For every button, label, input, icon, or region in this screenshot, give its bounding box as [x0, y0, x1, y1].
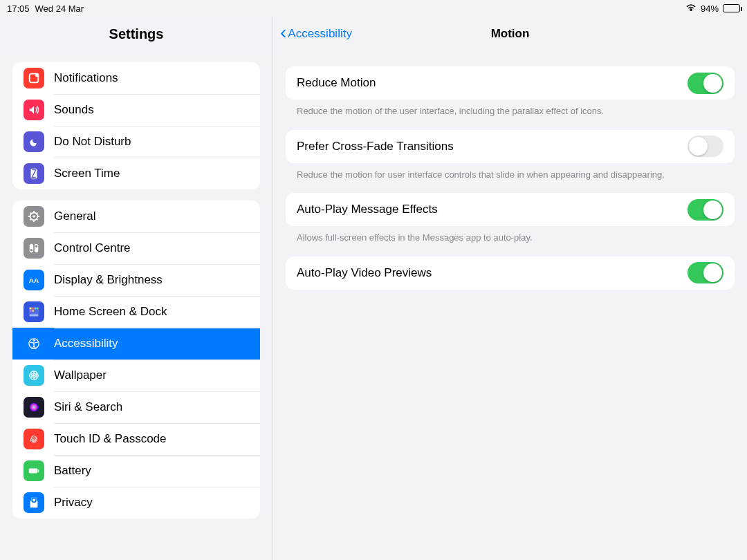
status-date: Wed 24 Mar	[35, 3, 84, 14]
sidebar-item-display-brightness[interactable]: AADisplay & Brightness	[12, 264, 260, 296]
setting-footer: Reduce the motion for user interface con…	[286, 163, 735, 181]
sidebar-item-control-centre[interactable]: Control Centre	[12, 232, 260, 264]
sidebar-item-label: Battery	[54, 464, 91, 478]
battery-icon	[723, 4, 740, 12]
sidebar-item-label: Sounds	[54, 103, 94, 117]
toggle-auto-play-message-effects[interactable]	[688, 199, 723, 221]
setting-label: Prefer Cross-Fade Transitions	[297, 140, 454, 153]
sidebar-item-label: Privacy	[54, 496, 93, 510]
toggle-auto-play-video-previews[interactable]	[688, 262, 723, 283]
sidebar-item-label: Accessibility	[54, 337, 118, 351]
svg-rect-15	[30, 310, 32, 312]
sidebar-item-screen-time[interactable]: Screen Time	[12, 158, 260, 189]
status-time: 17:05	[7, 3, 30, 14]
sidebar-item-battery[interactable]: Battery	[12, 455, 260, 487]
notifications-icon	[24, 68, 44, 88]
setting-footer: Allows full-screen effects in the Messag…	[286, 226, 735, 244]
sidebar-item-sounds[interactable]: Sounds	[12, 94, 260, 126]
setting-label: Auto-Play Video Previews	[297, 266, 432, 280]
screentime-icon	[24, 163, 44, 184]
setting-footer: Reduce the motion of the user interface,…	[286, 100, 735, 118]
svg-rect-11	[30, 308, 32, 310]
svg-text:AA: AA	[29, 277, 39, 284]
back-label: Accessibility	[288, 27, 352, 41]
back-button[interactable]: ‹ Accessibility	[280, 24, 352, 44]
battery-percent: 94%	[701, 3, 719, 14]
svg-rect-14	[37, 308, 39, 310]
sidebar-item-label: Do Not Disturb	[54, 135, 131, 149]
toggle-reduce-motion[interactable]	[688, 73, 723, 94]
sidebar-item-label: Siri & Search	[54, 400, 122, 414]
sidebar-item-siri-search[interactable]: Siri & Search	[12, 391, 260, 423]
svg-rect-26	[29, 468, 38, 473]
sidebar-item-accessibility[interactable]: Accessibility	[12, 328, 260, 360]
sidebar-item-wallpaper[interactable]: Wallpaper	[12, 360, 260, 391]
sidebar-item-label: General	[54, 209, 95, 223]
sidebar: Settings NotificationsSoundsDo Not Distu…	[0, 17, 273, 560]
wifi-icon	[685, 3, 697, 14]
setting-row-auto-play-video-previews: Auto-Play Video Previews	[286, 256, 735, 290]
toggle-prefer-cross-fade-transitions[interactable]	[688, 136, 723, 157]
svg-rect-27	[38, 469, 39, 472]
sidebar-item-general[interactable]: General	[12, 200, 260, 232]
svg-point-4	[33, 215, 35, 218]
setting-row-prefer-cross-fade-transitions: Prefer Cross-Fade Transitions	[286, 130, 735, 163]
sidebar-item-label: Home Screen & Dock	[54, 305, 167, 319]
status-bar: 17:05 Wed 24 Mar 94%	[0, 0, 747, 17]
sidebar-item-notifications[interactable]: Notifications	[12, 62, 260, 94]
svg-rect-12	[32, 308, 34, 310]
svg-rect-17	[30, 315, 39, 317]
chevron-left-icon: ‹	[280, 23, 286, 42]
sidebar-item-label: Touch ID & Passcode	[54, 432, 167, 446]
sidebar-item-label: Notifications	[54, 71, 118, 85]
sidebar-item-do-not-disturb[interactable]: Do Not Disturb	[12, 126, 260, 158]
setting-label: Auto-Play Message Effects	[297, 203, 438, 216]
setting-row-reduce-motion: Reduce Motion	[286, 66, 735, 100]
svg-point-8	[35, 245, 38, 248]
sidebar-item-label: Display & Brightness	[54, 273, 163, 287]
detail-pane: ‹ Accessibility Motion Reduce MotionRedu…	[273, 17, 747, 560]
sidebar-item-label: Wallpaper	[54, 368, 107, 382]
sounds-icon	[24, 100, 44, 120]
sidebar-item-privacy[interactable]: Privacy	[12, 487, 260, 519]
svg-rect-16	[32, 310, 34, 312]
privacy-icon	[24, 492, 44, 513]
touchid-icon	[24, 429, 44, 449]
display-icon: AA	[24, 270, 44, 290]
svg-point-1	[35, 73, 39, 77]
homescreen-icon	[24, 301, 44, 322]
accessibility-icon	[24, 333, 44, 354]
page-title: Motion	[491, 27, 530, 41]
dnd-icon	[24, 131, 44, 152]
sidebar-item-label: Control Centre	[54, 241, 131, 255]
svg-point-19	[33, 339, 35, 342]
controlcentre-icon	[24, 238, 44, 259]
sidebar-title: Settings	[0, 17, 273, 51]
sidebar-item-home-screen-dock[interactable]: Home Screen & Dock	[12, 296, 260, 328]
setting-label: Reduce Motion	[297, 76, 376, 90]
battery-icon	[24, 460, 44, 481]
svg-point-7	[30, 249, 33, 252]
setting-row-auto-play-message-effects: Auto-Play Message Effects	[286, 193, 735, 226]
sidebar-item-touch-id-passcode[interactable]: Touch ID & Passcode	[12, 423, 260, 455]
wallpaper-icon	[24, 365, 44, 386]
svg-point-25	[30, 403, 39, 412]
siri-icon	[24, 397, 44, 418]
svg-point-21	[33, 374, 35, 377]
sidebar-item-label: Screen Time	[54, 167, 120, 180]
svg-rect-13	[35, 308, 37, 310]
general-icon	[24, 206, 44, 227]
